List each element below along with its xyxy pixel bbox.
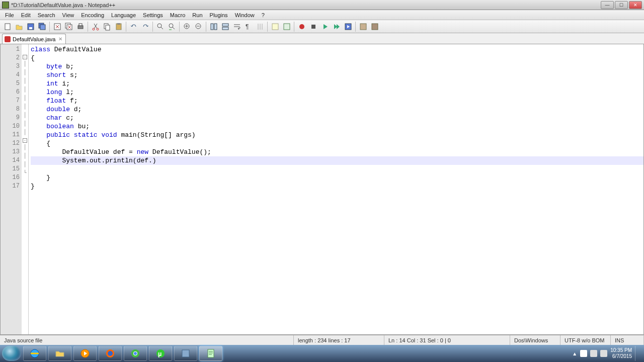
svg-text:μ: μ — [158, 350, 162, 357]
stop-macro-button[interactable] — [308, 21, 319, 32]
find-button[interactable] — [155, 21, 166, 32]
toolbar-separator — [179, 22, 180, 32]
play-multi-button[interactable] — [331, 21, 342, 32]
tray-flag-icon[interactable] — [580, 350, 587, 357]
new-file-button[interactable] — [2, 21, 13, 32]
zoom-in-button[interactable] — [182, 21, 193, 32]
toolbar-separator — [355, 22, 356, 32]
toolbar-separator — [126, 22, 127, 32]
open-file-button[interactable] — [14, 21, 25, 32]
save-button[interactable] — [25, 21, 36, 32]
menu-window[interactable]: Window — [232, 11, 258, 19]
replace-button[interactable] — [167, 21, 178, 32]
svg-rect-25 — [272, 24, 278, 30]
line-number: 13 — [1, 148, 20, 156]
svg-rect-21 — [214, 24, 217, 30]
svg-rect-23 — [222, 27, 228, 30]
menu-help[interactable]: ? — [259, 11, 268, 19]
toolbar-extra-1[interactable] — [358, 21, 369, 32]
sync-v-button[interactable] — [208, 21, 219, 32]
toolbar-separator — [88, 22, 89, 32]
tray-date: 6/7/2015 — [610, 353, 632, 359]
taskbar-app-icon[interactable] — [174, 346, 197, 361]
save-all-button[interactable] — [37, 21, 48, 32]
svg-rect-4 — [40, 25, 45, 30]
minimize-button[interactable]: — — [601, 1, 614, 9]
svg-point-10 — [93, 28, 95, 30]
paste-button[interactable] — [113, 21, 124, 32]
redo-button[interactable] — [140, 21, 151, 32]
code-area[interactable]: class DefaultValue { byte b; short s; in… — [29, 44, 643, 334]
function-list-button[interactable] — [281, 21, 292, 32]
fold-toggle-icon[interactable]: - — [23, 138, 27, 143]
tab-modified-icon — [5, 36, 11, 42]
svg-point-35 — [108, 351, 113, 356]
menu-search[interactable]: Search — [35, 11, 58, 19]
svg-text:¶: ¶ — [246, 23, 249, 30]
toolbar-extra-2[interactable] — [369, 21, 380, 32]
svg-rect-30 — [360, 24, 366, 30]
menu-plugins[interactable]: Plugins — [207, 11, 231, 19]
close-button[interactable]: ✕ — [629, 1, 642, 9]
cut-button[interactable] — [90, 21, 101, 32]
svg-rect-20 — [211, 24, 213, 30]
window-controls: — ☐ ✕ — [601, 1, 642, 9]
tray-network-icon[interactable] — [590, 350, 597, 357]
undo-button[interactable] — [128, 21, 139, 32]
window-title: *D:\Tutorial\DefaultValue.java - Notepad… — [11, 2, 601, 8]
menu-view[interactable]: View — [59, 11, 77, 19]
menu-macro[interactable]: Macro — [167, 11, 189, 19]
taskbar-utorrent-icon[interactable]: μ — [149, 346, 172, 361]
tray-clock[interactable]: 10:35 PM 6/7/2015 — [610, 347, 632, 359]
status-filetype: Java source file — [0, 335, 294, 345]
print-button[interactable] — [75, 21, 86, 32]
save-macro-button[interactable] — [343, 21, 354, 32]
tab-close-icon[interactable]: ✕ — [57, 36, 63, 42]
zoom-out-button[interactable] — [193, 21, 204, 32]
show-all-chars-button[interactable]: ¶ — [243, 21, 254, 32]
sync-h-button[interactable] — [220, 21, 231, 32]
line-number: 8 — [1, 105, 20, 114]
taskbar-explorer-icon[interactable] — [48, 346, 71, 361]
fold-toggle-icon[interactable]: - — [23, 55, 27, 59]
indent-guide-button[interactable] — [255, 21, 266, 32]
svg-rect-42 — [208, 349, 214, 357]
svg-rect-15 — [117, 23, 120, 25]
window-titlebar: *D:\Tutorial\DefaultValue.java - Notepad… — [0, 0, 644, 10]
maximize-button[interactable]: ☐ — [615, 1, 628, 9]
menu-language[interactable]: Language — [108, 11, 139, 19]
play-macro-button[interactable] — [319, 21, 331, 32]
tray-volume-icon[interactable] — [600, 350, 607, 357]
taskbar-media-icon[interactable] — [73, 346, 97, 361]
svg-rect-41 — [182, 350, 189, 357]
start-button[interactable] — [2, 346, 21, 361]
toolbar: ¶ — [0, 20, 644, 33]
close-file-button[interactable] — [52, 21, 63, 32]
show-desktop-button[interactable] — [635, 346, 639, 361]
doc-map-button[interactable] — [270, 21, 281, 32]
menu-run[interactable]: Run — [189, 11, 205, 19]
tray-show-hidden-icon[interactable]: ▲ — [572, 351, 577, 356]
record-macro-button[interactable] — [296, 21, 307, 32]
word-wrap-button[interactable] — [231, 21, 243, 32]
menu-file[interactable]: File — [2, 11, 17, 19]
menu-encoding[interactable]: Encoding — [78, 11, 107, 19]
copy-button[interactable] — [102, 21, 113, 32]
svg-rect-26 — [284, 24, 290, 30]
svg-rect-28 — [311, 25, 315, 29]
taskbar-firefox-icon[interactable] — [99, 346, 122, 361]
svg-point-17 — [169, 24, 173, 28]
menu-settings[interactable]: Settings — [140, 11, 166, 19]
system-tray: ▲ 10:35 PM 6/7/2015 — [572, 346, 642, 361]
taskbar-ie-icon[interactable] — [23, 346, 46, 361]
taskbar-notepadpp-icon[interactable] — [199, 346, 222, 361]
svg-rect-9 — [79, 24, 82, 26]
close-all-button[interactable] — [63, 21, 74, 32]
taskbar-chrome-icon[interactable] — [124, 346, 147, 361]
tab-defaultvalue[interactable]: DefaultValue.java ✕ — [2, 34, 66, 44]
menu-edit[interactable]: Edit — [18, 11, 34, 19]
line-number: 9 — [1, 114, 20, 122]
line-number: 6 — [1, 88, 20, 97]
toolbar-separator — [294, 22, 295, 32]
line-number: 12 — [1, 139, 20, 148]
